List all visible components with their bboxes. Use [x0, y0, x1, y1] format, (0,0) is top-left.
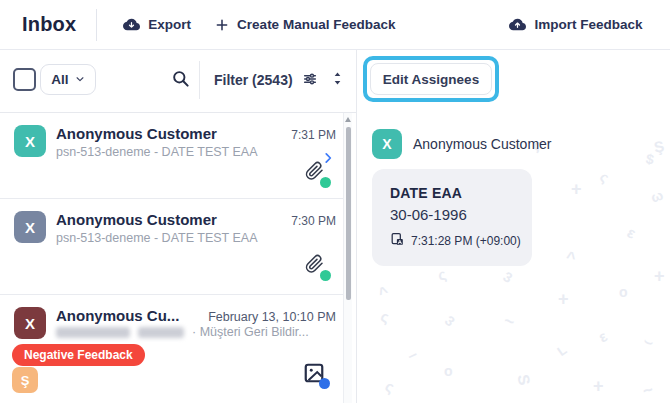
conversation-subtitle-suffix: · Müşteri Geri Bildir...	[192, 325, 309, 339]
watermark-glyph: ς	[597, 168, 612, 185]
watermark-glyph: ^	[376, 283, 391, 303]
watermark-glyph: –	[405, 345, 421, 365]
customer-header: X Anonymous Customer	[372, 129, 552, 159]
watermark-glyph: +	[571, 179, 582, 200]
watermark-glyph: 3	[501, 268, 516, 286]
conversation-time: 7:31 PM	[291, 128, 336, 142]
watermark-glyph: ^	[565, 248, 577, 267]
conversation-time: 7:30 PM	[291, 214, 336, 228]
avatar: X	[14, 125, 46, 157]
watermark-glyph: ε	[595, 327, 610, 345]
currency-badge: Ş	[12, 367, 38, 393]
watermark-glyph: ~	[641, 380, 656, 402]
import-feedback-label: Import Feedback	[534, 17, 642, 32]
watermark-glyph: o	[619, 284, 628, 300]
feedback-title: DATE EAA	[390, 185, 532, 201]
conversation-list: X Anonymous Customer psn-513-deneme - DA…	[0, 113, 344, 403]
watermark-glyph: ⌣	[641, 332, 655, 351]
select-all-checkbox[interactable]	[13, 68, 36, 91]
feedback-message-card: DATE EAA 30-06-1996 7:31:28 PM (+09:00)	[372, 169, 532, 266]
watermark-glyph: ς	[379, 307, 391, 325]
feedback-time-value: 7:31:28 PM (+09:00)	[411, 234, 521, 248]
feedback-date-value: 30-06-1996	[390, 206, 532, 223]
notification-dot	[319, 378, 330, 389]
filter-label: Filter (2543)	[214, 72, 293, 88]
avatar: X	[14, 211, 46, 243]
conversation-time: February 13, 10:10 PM	[208, 310, 336, 324]
watermark-glyph: ς	[436, 265, 448, 283]
watermark-glyph: 3	[442, 312, 458, 329]
attachment-status-dot	[320, 270, 331, 281]
import-feedback-button[interactable]: Import Feedback	[509, 16, 642, 33]
watermark-glyph: +	[654, 266, 665, 287]
watermark-glyph: +	[558, 289, 569, 310]
conversation-subtitle: · Müşteri Geri Bildir...	[56, 325, 309, 339]
watermark-glyph: Ş	[653, 137, 666, 155]
watermark-glyph: ς	[383, 377, 397, 396]
note-icon	[390, 232, 405, 250]
image-attachment-indicator	[303, 362, 327, 386]
attachment-status-dot	[320, 177, 331, 188]
inbox-list-panel: All Filter (2543)	[0, 49, 357, 403]
export-button[interactable]: Export	[123, 16, 191, 33]
watermark-glyph: $	[645, 150, 655, 167]
conversation-title: Anonymous Cu...	[56, 307, 179, 324]
list-item[interactable]: X Anonymous Customer psn-513-deneme - DA…	[0, 199, 344, 295]
toolbar-divider	[199, 61, 200, 99]
watermark-glyph: ω	[649, 186, 666, 205]
list-scrollbar[interactable]	[343, 113, 352, 403]
create-manual-feedback-button[interactable]: Create Manual Feedback	[215, 17, 395, 32]
search-button[interactable]	[168, 68, 192, 92]
attachment-indicator	[305, 161, 329, 187]
scrollbar-up-arrow[interactable]	[345, 117, 351, 122]
feedback-timestamp: 7:31:28 PM (+09:00)	[390, 232, 532, 250]
watermark-glyph: +	[593, 376, 604, 397]
sort-button[interactable]	[329, 72, 345, 88]
search-icon	[171, 69, 190, 91]
cloud-download-icon	[123, 16, 140, 33]
annotation-highlight-box: Edit Assignees	[363, 56, 499, 102]
watermark-glyph: ε	[625, 223, 639, 241]
redacted-text	[56, 327, 130, 338]
attachment-indicator	[305, 254, 329, 280]
watermark-glyph: L	[554, 342, 569, 359]
avatar: X	[372, 129, 402, 159]
conversation-title: Anonymous Customer	[56, 125, 217, 142]
plus-icon	[215, 18, 229, 32]
negative-feedback-tag: Negative Feedback	[12, 344, 145, 366]
watermark-glyph: S	[514, 373, 534, 387]
sliders-icon	[302, 71, 318, 90]
create-manual-feedback-label: Create Manual Feedback	[237, 17, 395, 32]
scrollbar-thumb[interactable]	[346, 127, 351, 300]
app-window: Inbox Export Create Manual Feedback Impo…	[0, 0, 670, 403]
redacted-text	[138, 327, 184, 338]
list-item[interactable]: X Anonymous Customer psn-513-deneme - DA…	[0, 113, 344, 199]
title-divider	[96, 9, 97, 41]
cloud-upload-icon	[509, 16, 526, 33]
page-title: Inbox	[22, 13, 76, 36]
top-bar: Inbox Export Create Manual Feedback Impo…	[0, 0, 670, 50]
all-filter-dropdown[interactable]: All	[40, 64, 96, 95]
chevron-down-icon	[75, 72, 85, 87]
conversation-detail-panel: ςŞ$ς+ωε^+ς3^ς3~+oε⌣–oSLς+~ Edit Assignee…	[357, 49, 670, 403]
watermark-glyph: ~	[502, 311, 517, 333]
edit-assignees-button[interactable]: Edit Assignees	[370, 63, 492, 95]
filter-button[interactable]: Filter (2543)	[214, 68, 318, 92]
avatar: X	[14, 307, 46, 339]
sort-arrows-icon	[331, 71, 344, 89]
export-label: Export	[148, 17, 191, 32]
conversation-title: Anonymous Customer	[56, 211, 217, 228]
all-filter-label: All	[51, 72, 68, 87]
customer-name: Anonymous Customer	[413, 136, 552, 152]
conversation-subtitle: psn-513-deneme - DATE TEST EAA	[56, 231, 257, 245]
watermark-glyph: o	[444, 363, 453, 379]
list-toolbar: All Filter (2543)	[0, 49, 356, 113]
conversation-subtitle: psn-513-deneme - DATE TEST EAA	[56, 145, 257, 159]
list-item[interactable]: X Anonymous Cu... February 13, 10:10 PM …	[0, 295, 344, 403]
